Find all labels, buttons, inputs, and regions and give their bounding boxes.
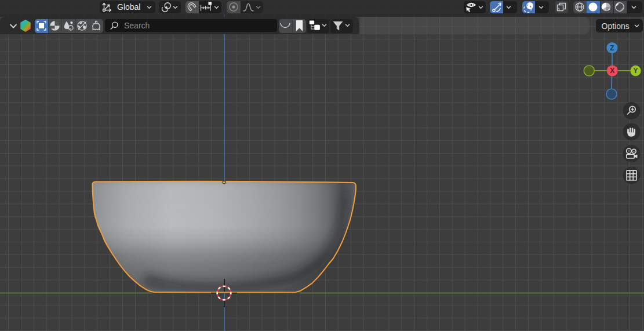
svg-text:X: X <box>610 67 614 75</box>
svg-text:Z: Z <box>610 44 614 52</box>
svg-text:Y: Y <box>633 67 638 75</box>
